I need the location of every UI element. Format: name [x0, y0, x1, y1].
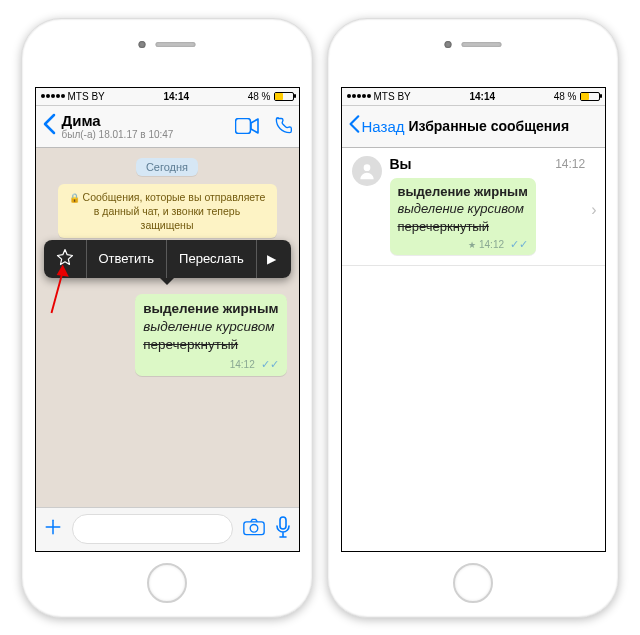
outgoing-message[interactable]: выделение жирным выделение курсивом пере… [135, 294, 286, 376]
ctx-forward-button[interactable]: Переслать [167, 240, 257, 278]
context-menu: Ответить Переслать ▶ [44, 240, 291, 278]
status-time: 14:14 [105, 91, 248, 102]
starred-navbar: Назад Избранные сообщения [342, 106, 605, 148]
svg-point-8 [363, 164, 370, 171]
status-bar: MTS BY 14:14 48 % [36, 88, 299, 106]
last-seen: был(-а) 18.01.17 в 10:47 [62, 129, 235, 140]
msg-line-bold: выделение жирным [143, 300, 278, 318]
attach-icon[interactable] [44, 518, 62, 540]
phone-hardware-top [139, 41, 196, 48]
status-bar: MTS BY 14:14 48 % [342, 88, 605, 106]
message-input[interactable] [72, 514, 233, 544]
msg-time: 14:12 [479, 239, 504, 250]
lock-icon: 🔒 [69, 193, 80, 203]
row-time: 14:12 [555, 157, 585, 171]
carrier-label: MTS BY [374, 91, 411, 102]
signal-dots-icon [347, 94, 371, 98]
contact-name[interactable]: Дима [62, 112, 235, 129]
encryption-text: Сообщения, которые вы отправляете в данн… [83, 191, 266, 231]
phone-hardware-top [445, 41, 502, 48]
home-button[interactable] [147, 563, 187, 603]
svg-rect-0 [235, 119, 250, 134]
phone-left: MTS BY 14:14 48 % Дима был(-а) 18.01.17 … [21, 18, 313, 618]
ctx-more-button[interactable]: ▶ [257, 240, 286, 278]
back-chevron-icon[interactable] [348, 114, 360, 138]
front-camera [139, 41, 146, 48]
front-camera [445, 41, 452, 48]
svg-point-6 [250, 524, 258, 532]
starred-row[interactable]: Вы 14:12 выделение жирным выделение курс… [342, 148, 605, 266]
encryption-banner: 🔒 Сообщения, которые вы отправляете в да… [58, 184, 277, 239]
mic-icon[interactable] [275, 516, 291, 542]
earpiece [156, 42, 196, 47]
screen-right: MTS BY 14:14 48 % Назад Избранные сообще… [341, 87, 606, 552]
chat-body[interactable]: Сегодня 🔒 Сообщения, которые вы отправля… [36, 148, 299, 507]
signal-dots-icon [41, 94, 65, 98]
triangle-right-icon: ▶ [267, 252, 276, 266]
msg-line-bold: выделение жирным [398, 183, 528, 201]
back-chevron-icon[interactable] [42, 113, 56, 139]
star-icon: ★ [468, 240, 476, 250]
chevron-right-icon[interactable]: › [591, 201, 596, 219]
phone-right: MTS BY 14:14 48 % Назад Избранные сообще… [327, 18, 619, 618]
home-button[interactable] [453, 563, 493, 603]
page-title: Избранные сообщения [408, 118, 569, 134]
input-bar [36, 507, 299, 551]
read-ticks-icon: ✓✓ [510, 238, 528, 250]
carrier-label: MTS BY [68, 91, 105, 102]
read-ticks-icon: ✓✓ [261, 358, 279, 370]
voice-call-icon[interactable] [273, 116, 293, 136]
screen-left: MTS BY 14:14 48 % Дима был(-а) 18.01.17 … [35, 87, 300, 552]
battery-icon [580, 92, 600, 101]
status-time: 14:14 [411, 91, 554, 102]
battery-icon [274, 92, 294, 101]
chat-navbar: Дима был(-а) 18.01.17 в 10:47 [36, 106, 299, 148]
msg-time: 14:12 [230, 359, 255, 370]
earpiece [462, 42, 502, 47]
msg-line-italic: выделение курсивом [398, 200, 528, 218]
camera-icon[interactable] [243, 518, 265, 540]
avatar [352, 156, 382, 186]
battery-pct: 48 % [554, 91, 577, 102]
back-label[interactable]: Назад [362, 118, 405, 135]
battery-pct: 48 % [248, 91, 271, 102]
msg-line-strike: перечеркнутый [143, 336, 278, 354]
date-chip: Сегодня [136, 158, 198, 176]
svg-rect-7 [280, 517, 286, 529]
starred-list[interactable]: Вы 14:12 выделение жирным выделение курс… [342, 148, 605, 551]
star-icon [56, 248, 74, 270]
ctx-reply-button[interactable]: Ответить [87, 240, 168, 278]
msg-line-strike: перечеркнутый [398, 218, 528, 236]
video-call-icon[interactable] [235, 118, 259, 134]
starred-message-bubble[interactable]: выделение жирным выделение курсивом пере… [390, 178, 536, 255]
sender-name: Вы [390, 156, 412, 172]
ctx-star-button[interactable] [44, 240, 87, 278]
msg-line-italic: выделение курсивом [143, 318, 278, 336]
